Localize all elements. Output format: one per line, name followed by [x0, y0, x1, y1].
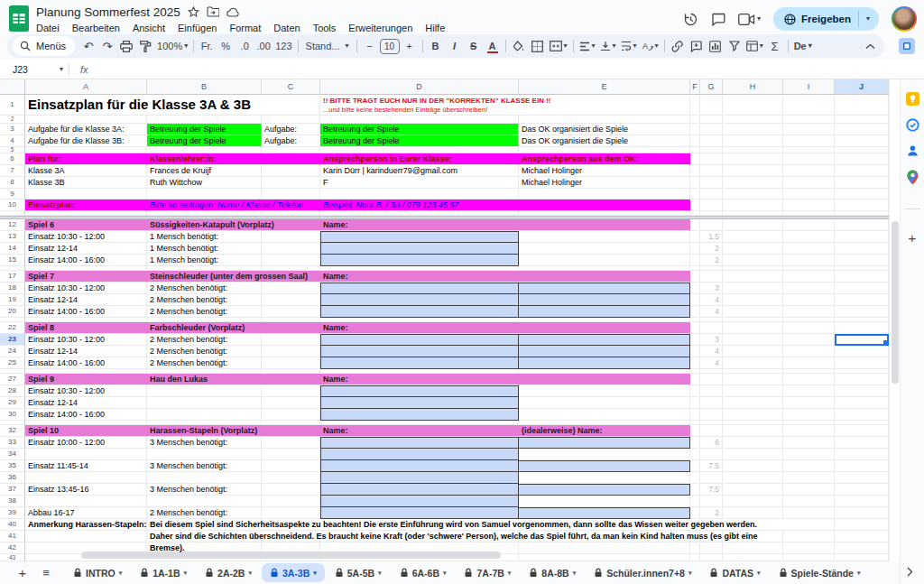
row-header-10[interactable]: 10: [0, 199, 25, 211]
cell-b33[interactable]: 3 Menschen benötigt:: [147, 437, 262, 449]
cell-b11[interactable]: [147, 211, 262, 216]
cell-h5[interactable]: [723, 147, 783, 153]
cell-i6[interactable]: [783, 153, 835, 165]
row-header-37[interactable]: 37: [0, 484, 25, 496]
cell-e7[interactable]: Michael Holinger: [519, 165, 690, 177]
cell-d13[interactable]: [320, 231, 519, 243]
row-header-28[interactable]: 28: [0, 385, 25, 397]
cell-f34[interactable]: [690, 449, 700, 460]
cell-e22[interactable]: [519, 322, 690, 334]
cell-b4[interactable]: Betreuung der Spiele: [147, 135, 262, 147]
cell-c20[interactable]: [262, 306, 320, 318]
cell-j24[interactable]: [835, 346, 889, 357]
cell-h38[interactable]: [723, 496, 783, 507]
cell-e11[interactable]: [519, 211, 690, 216]
cell-g35[interactable]: 7.5: [700, 460, 723, 472]
cell-h34[interactable]: [723, 449, 783, 460]
row-header-29[interactable]: 29: [0, 397, 25, 409]
column-header-a[interactable]: A: [25, 79, 147, 95]
cell-j5[interactable]: [835, 147, 889, 153]
cell-a5[interactable]: [25, 147, 147, 153]
cell-g11[interactable]: [700, 211, 723, 216]
cell-i19[interactable]: [783, 294, 835, 306]
font-size-input[interactable]: 10: [380, 39, 400, 54]
cell-a33[interactable]: Einsatz 10:00 - 12:00: [25, 437, 147, 449]
row-header-36[interactable]: 36: [0, 472, 25, 484]
row-header-24[interactable]: 24: [0, 346, 25, 357]
create-filter-button[interactable]: [725, 36, 744, 56]
cell-b6[interactable]: Klassenlehrer:in:: [147, 153, 320, 165]
cell-d25[interactable]: [320, 357, 519, 369]
cell-j9[interactable]: [835, 189, 889, 199]
cell-e5[interactable]: [519, 147, 690, 153]
row-header-12[interactable]: 12: [0, 219, 25, 231]
cell-d17[interactable]: Name:: [320, 271, 519, 283]
cell-a6[interactable]: Plan für:: [25, 153, 147, 165]
cell-d11[interactable]: [320, 211, 519, 216]
row-header-27[interactable]: 27: [0, 374, 25, 385]
cell-f5[interactable]: [690, 147, 700, 153]
cell-j14[interactable]: [835, 243, 889, 255]
italic-button[interactable]: I: [446, 36, 464, 56]
cell-j10[interactable]: [835, 199, 889, 211]
column-header-i[interactable]: I: [783, 79, 835, 95]
cell-i28[interactable]: [783, 385, 835, 397]
cell-c38[interactable]: [262, 496, 320, 507]
star-icon[interactable]: [188, 6, 199, 18]
row-header-6[interactable]: 6: [0, 153, 25, 165]
cell-c34[interactable]: [262, 449, 320, 460]
cell-a34[interactable]: [25, 449, 147, 460]
row-header-2[interactable]: 2: [0, 116, 25, 124]
cell-h43[interactable]: [723, 554, 783, 561]
cell-a22[interactable]: Spiel 8: [25, 322, 147, 334]
cell-g20[interactable]: 4: [700, 306, 723, 318]
cell-j13[interactable]: [835, 231, 889, 243]
cell-e35[interactable]: [519, 460, 690, 472]
redo-button[interactable]: ↷: [98, 36, 116, 56]
cell-e33[interactable]: [519, 437, 690, 449]
cell-j8[interactable]: [835, 177, 889, 189]
cell-g2[interactable]: [700, 116, 723, 124]
cell-i15[interactable]: [783, 255, 835, 266]
cell-c19[interactable]: [262, 294, 320, 306]
sheet-tab-7a-7b[interactable]: 7A-7B▾: [456, 563, 519, 582]
strikethrough-button[interactable]: S: [465, 36, 483, 56]
cell-j43[interactable]: [835, 554, 889, 561]
column-header-f[interactable]: F: [690, 79, 700, 95]
cell-c30[interactable]: [262, 409, 320, 421]
cell-h14[interactable]: [723, 243, 783, 255]
cell-i43[interactable]: [783, 554, 835, 561]
cell-a36[interactable]: [25, 472, 147, 484]
all-sheets-icon[interactable]: ≡: [36, 566, 56, 579]
cell-c23[interactable]: [262, 334, 320, 346]
cell-d6[interactable]: Ansprechperson in Eurer Klasse:: [320, 153, 519, 165]
cell-i36[interactable]: [783, 472, 835, 484]
cell-c15[interactable]: [262, 255, 320, 266]
cell-a2[interactable]: [25, 116, 147, 124]
cell-a27[interactable]: Spiel 9: [25, 374, 147, 385]
cell-b30[interactable]: [147, 409, 262, 421]
cell-a38[interactable]: [25, 496, 147, 507]
column-header-d[interactable]: D: [320, 79, 519, 95]
cell-b36[interactable]: [147, 472, 262, 484]
cell-d8[interactable]: F: [320, 177, 519, 189]
side-panel-app-icon[interactable]: [899, 38, 915, 54]
cell-e9[interactable]: [519, 189, 690, 199]
keep-icon[interactable]: [906, 92, 919, 106]
cell-d4[interactable]: Betreuung der Spiele: [320, 135, 519, 147]
cell-c8[interactable]: [262, 177, 320, 189]
cell-b3[interactable]: Betreuung der Spiele: [147, 124, 262, 135]
cell-j42[interactable]: [835, 542, 889, 554]
menu-format[interactable]: Format: [229, 23, 261, 33]
cell-c18[interactable]: [262, 283, 320, 294]
cell-g29[interactable]: [700, 397, 723, 409]
borders-button[interactable]: [529, 36, 547, 56]
cell-b37[interactable]: 3 Menschen benötigt:: [147, 484, 262, 496]
cell-h29[interactable]: [723, 397, 783, 409]
row-header-14[interactable]: 14: [0, 243, 25, 255]
vertical-scrollbar[interactable]: [889, 79, 900, 561]
cell-j25[interactable]: [835, 357, 889, 369]
cell-j33[interactable]: [835, 437, 889, 449]
account-avatar[interactable]: [892, 6, 917, 32]
cell-f36[interactable]: [690, 472, 700, 484]
